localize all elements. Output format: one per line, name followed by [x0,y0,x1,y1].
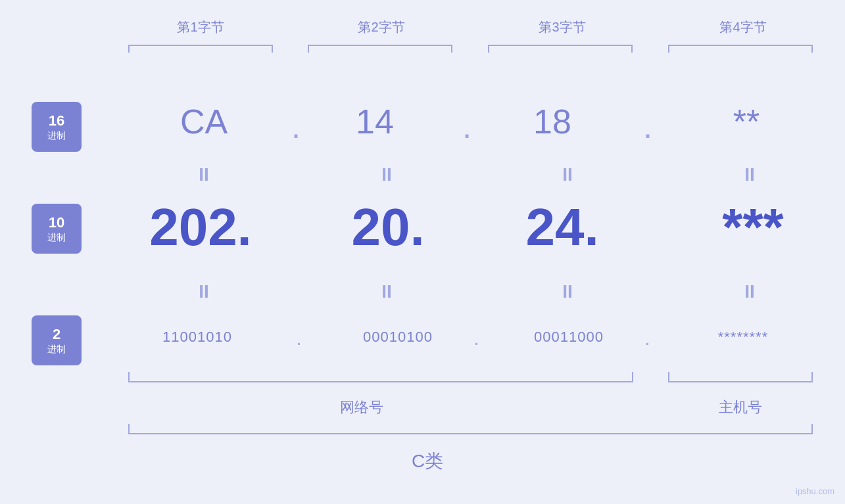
hex-val1: CA [138,102,270,141]
equals-3-row2: II [548,281,587,302]
bracket-col2-top [308,45,452,53]
network-label: 网络号 [230,398,493,417]
watermark: ipshu.com [796,486,834,496]
equals-4-row1: II [730,164,769,185]
row2-num: 2 [53,326,60,343]
col3-header: 第3字节 [487,18,638,36]
hex-val4: ** [681,102,812,141]
dec-val3: 24. [496,197,628,258]
equals-3-row1: II [548,164,587,185]
row16-num: 16 [49,112,64,129]
col2-header: 第2字节 [306,18,457,36]
dec-val4: *** [671,197,835,258]
equals-1-row2: II [184,281,224,302]
row10-num: 10 [49,214,64,231]
bracket-col4-top [668,45,813,53]
row-10-label: 10 进制 [32,204,82,254]
col1-header: 第1字节 [125,18,276,36]
hex-dot1: . [276,106,316,146]
bin-val3: 00011000 [483,329,654,346]
equals-2-row1: II [367,164,406,185]
row2-sub: 进制 [47,344,66,355]
bracket-host-bottom [668,372,813,382]
bracket-col1-top [128,45,273,53]
equals-2-row2: II [367,281,406,302]
equals-4-row2: II [730,281,769,302]
row-2-label: 2 进制 [32,315,82,365]
hex-val2: 14 [322,102,427,141]
bracket-network-bottom [128,372,633,382]
bin-dot3: . [631,327,664,350]
bin-val4: ******** [661,329,825,346]
bracket-col3-top [488,45,633,53]
col4-header: 第4字节 [667,18,819,36]
dec-val2: 20. [322,197,454,258]
hex-val3: 18 [500,102,605,141]
bracket-class-bottom [128,424,813,434]
equals-1-row1: II [184,164,224,185]
row10-sub: 进制 [47,232,66,243]
hex-dot2: . [447,106,487,146]
class-label: C类 [329,449,526,474]
row16-sub: 进制 [47,130,66,141]
dec-val1: 202. [109,197,293,258]
main-container: 16 进制 10 进制 2 进制 第1字节 第2字节 第3字节 第4字节 CA … [0,0,845,504]
bin-val1: 11001010 [105,329,289,346]
hex-dot3: . [628,106,667,146]
host-label: 主机号 [668,398,813,417]
row-16-label: 16 进制 [32,102,82,152]
